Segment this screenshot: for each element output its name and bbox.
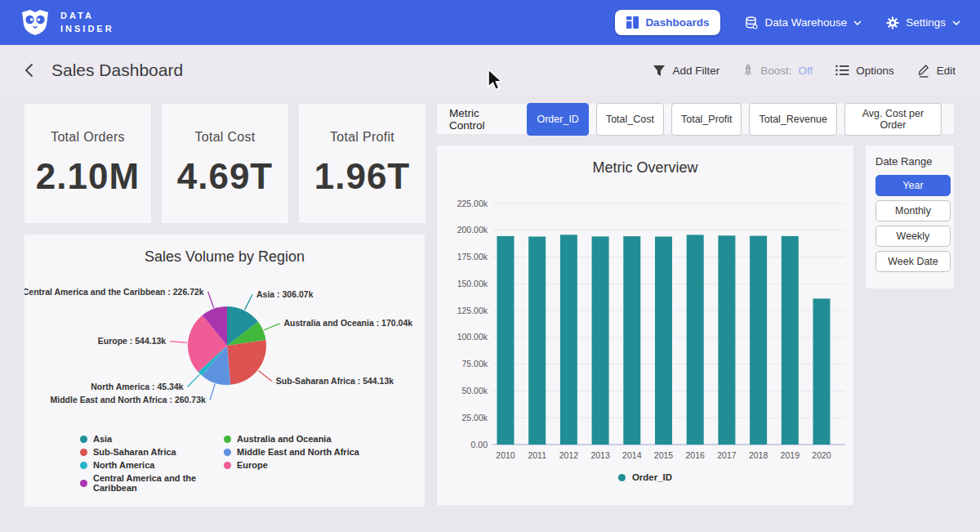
metric-chip-avg-cost-per-order[interactable]: Avg. Cost per Order (844, 103, 942, 136)
kpi-value: 4.69T (177, 156, 274, 197)
kpi-label: Total Cost (194, 130, 255, 145)
pie-legend: AsiaSub-Saharan AfricaNorth AmericaCentr… (24, 434, 425, 493)
pie-label-north-america: North America : 45.34k (91, 382, 184, 391)
bar-2010[interactable] (497, 236, 514, 445)
pie-leader-line (210, 384, 215, 400)
chevron-down-icon (853, 20, 862, 25)
pie-leader-line (170, 342, 187, 343)
legend-item-middle-east-and-north-africa[interactable]: Middle East and North Africa (224, 447, 359, 457)
options-list-icon (835, 65, 849, 76)
legend-dot (224, 462, 231, 469)
metric-chip-total-profit[interactable]: Total_Profit (671, 103, 742, 136)
dashboards-button[interactable]: Dashboards (615, 10, 720, 35)
edit-button[interactable]: Edit (917, 63, 956, 78)
options-label: Options (856, 65, 894, 77)
y-tick-label: 200.00k (457, 225, 488, 235)
owl-logo-icon (20, 9, 51, 36)
y-tick-label: 175.00k (457, 252, 488, 262)
legend-label: Australia and Oceania (237, 434, 332, 444)
legend-dot (80, 462, 87, 469)
legend-label: Sub-Saharan Africa (93, 447, 176, 457)
y-tick-label: 150.00k (457, 279, 488, 288)
date-range-monthly[interactable]: Monthly (875, 200, 951, 221)
data-warehouse-icon (745, 16, 758, 29)
date-range-week-date[interactable]: Week Date (875, 251, 951, 272)
legend-label: Central America and the Caribbean (93, 473, 224, 493)
metric-chip-order-id[interactable]: Order_ID (527, 103, 588, 136)
y-tick-label: 75.00k (461, 359, 488, 369)
bar-2016[interactable] (687, 235, 704, 445)
pie-label-middle-east-and-north-africa: Middle East and North Africa : 260.73k (50, 395, 206, 405)
legend-item-sub-saharan-africa[interactable]: Sub-Saharan Africa (80, 447, 224, 457)
bar-2017[interactable] (718, 235, 735, 445)
legend-dot (80, 436, 87, 443)
pie-legend-column-2: Australia and OceaniaMiddle East and Nor… (224, 434, 359, 493)
legend-dot (618, 474, 626, 481)
legend-item-north-america[interactable]: North America (80, 460, 224, 470)
bar-2012[interactable] (560, 235, 577, 445)
data-warehouse-label: Data Warehouse (764, 16, 847, 29)
pie-legend-column-1: AsiaSub-Saharan AfricaNorth AmericaCentr… (80, 434, 224, 493)
x-tick-label: 2012 (559, 450, 579, 460)
legend-item-europe[interactable]: Europe (224, 460, 359, 470)
bar-2015[interactable] (655, 237, 672, 445)
brand-line-1: DATA (60, 10, 114, 23)
chevron-down-icon (952, 20, 960, 25)
add-filter-button[interactable]: Add Filter (653, 65, 719, 77)
pie-label-australia-and-oceania: Australia and Oceania : 170.04k (284, 318, 413, 328)
pie-leader-line (258, 371, 271, 382)
pie-chart: Asia : 306.07kAustralia and Oceania : 17… (24, 268, 425, 423)
bar-2019[interactable] (782, 236, 799, 445)
x-tick-label: 2015 (654, 450, 674, 460)
metric-chip-total-cost[interactable]: Total_Cost (596, 103, 664, 136)
dashboards-label: Dashboards (645, 16, 709, 29)
edit-pencil-icon (917, 63, 930, 78)
bar-2020[interactable] (813, 298, 831, 445)
page-header: Sales Dashboard Add Filter Boost: Off (0, 45, 980, 96)
pie-label-sub-saharan-africa: Sub-Saharan Africa : 544.13k (276, 376, 394, 386)
legend-item-central-america-and-the-caribbean[interactable]: Central America and the Caribbean (80, 473, 224, 493)
add-filter-label: Add Filter (672, 65, 719, 77)
legend-label: Order_ID (632, 472, 672, 482)
metric-control-chips: Order_IDTotal_CostTotal_ProfitTotal_Reve… (527, 103, 942, 136)
kpi-card-total-cost: Total Cost 4.69T (162, 104, 288, 223)
y-tick-label: 25.00k (461, 413, 488, 422)
navbar-menu: Dashboards Data Warehouse (615, 10, 960, 35)
settings-menu[interactable]: Settings (886, 16, 960, 29)
kpi-card-total-profit: Total Profit 1.96T (299, 104, 425, 223)
pie-leader-line (188, 374, 200, 387)
legend-label: Europe (237, 460, 268, 470)
legend-item-australia-and-oceania[interactable]: Australia and Oceania (224, 434, 359, 444)
bar-chart-card: Metric Overview 225.00k200.00k175.00k150… (437, 145, 853, 505)
y-tick-label: 100.00k (457, 332, 488, 342)
data-warehouse-menu[interactable]: Data Warehouse (745, 16, 862, 29)
x-tick-label: 2020 (812, 450, 831, 460)
back-button[interactable] (24, 63, 33, 78)
pie-slice-sub-saharan-africa[interactable] (227, 340, 266, 385)
legend-item-asia[interactable]: Asia (80, 434, 224, 444)
pie-leader-line (208, 292, 214, 308)
x-tick-label: 2011 (528, 450, 546, 460)
brand: DATA INSIDER (20, 9, 114, 36)
bar-2014[interactable] (623, 236, 640, 445)
options-button[interactable]: Options (835, 65, 894, 77)
bar-2011[interactable] (528, 237, 546, 445)
date-range-panel: Date Range YearMonthlyWeeklyWeek Date (866, 145, 954, 288)
pie-chart-card: Sales Volume by Region Asia : 306.07kAus… (24, 235, 425, 507)
pie-label-central-america-and-the-caribbean: Central America and the Caribbean : 226.… (24, 287, 204, 297)
x-tick-label: 2018 (749, 450, 768, 460)
boost-toggle[interactable]: Boost: Off (742, 64, 813, 77)
legend-label: Asia (93, 434, 112, 444)
pie-chart-title: Sales Volume by Region (24, 235, 425, 266)
x-tick-label: 2013 (590, 450, 610, 460)
bar-chart-legend: Order_ID (437, 472, 853, 482)
date-range-year[interactable]: Year (875, 175, 951, 196)
bar-2013[interactable] (592, 236, 609, 445)
metric-chip-total-revenue[interactable]: Total_Revenue (749, 103, 836, 136)
date-range-label: Date Range (875, 155, 947, 168)
metric-control-bar: Metric Control Order_IDTotal_CostTotal_P… (437, 104, 954, 134)
legend-dot (224, 436, 231, 443)
bar-2018[interactable] (750, 236, 767, 445)
date-range-weekly[interactable]: Weekly (875, 226, 951, 247)
kpi-card-total-orders: Total Orders 2.10M (24, 104, 151, 223)
